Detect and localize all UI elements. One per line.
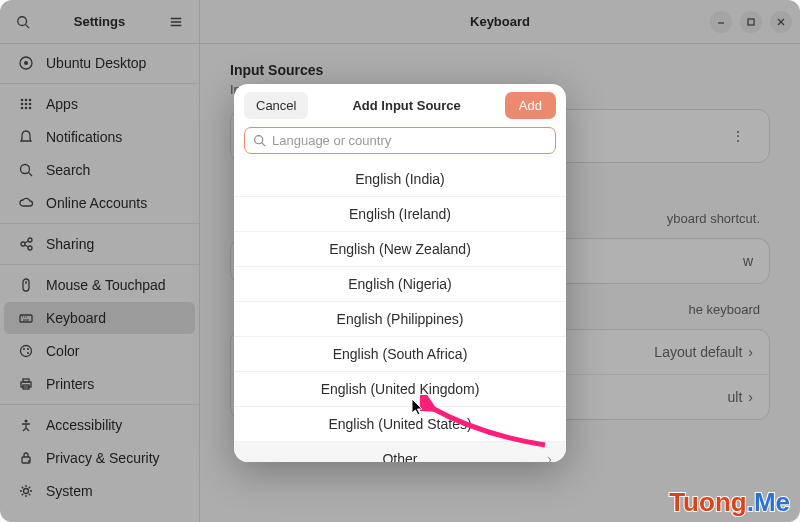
language-option-english-philippines-[interactable]: English (Philippines) — [234, 301, 566, 336]
watermark-part1: Tuong — [669, 487, 746, 517]
search-icon — [253, 134, 266, 147]
language-option-english-new-zealand-[interactable]: English (New Zealand) — [234, 231, 566, 266]
cancel-button[interactable]: Cancel — [244, 92, 308, 119]
watermark: Tuong.Me — [669, 487, 790, 518]
language-option-english-south-africa-[interactable]: English (South Africa) — [234, 336, 566, 371]
watermark-part2: .Me — [747, 487, 790, 517]
language-option-english-india-[interactable]: English (India) — [234, 162, 566, 196]
language-option-english-ireland-[interactable]: English (Ireland) — [234, 196, 566, 231]
language-search-box[interactable] — [244, 127, 556, 154]
svg-point-45 — [255, 136, 263, 144]
add-button[interactable]: Add — [505, 92, 556, 119]
language-option-english-nigeria-[interactable]: English (Nigeria) — [234, 266, 566, 301]
dialog-title: Add Input Source — [352, 98, 460, 113]
language-search-input[interactable] — [272, 133, 547, 148]
annotation-arrow — [420, 395, 550, 455]
dialog-header: Cancel Add Input Source Add — [234, 84, 566, 127]
settings-window: Settings Ubuntu DesktopAppsNotifications… — [0, 0, 800, 522]
mouse-cursor — [412, 399, 426, 417]
svg-line-46 — [262, 143, 265, 146]
